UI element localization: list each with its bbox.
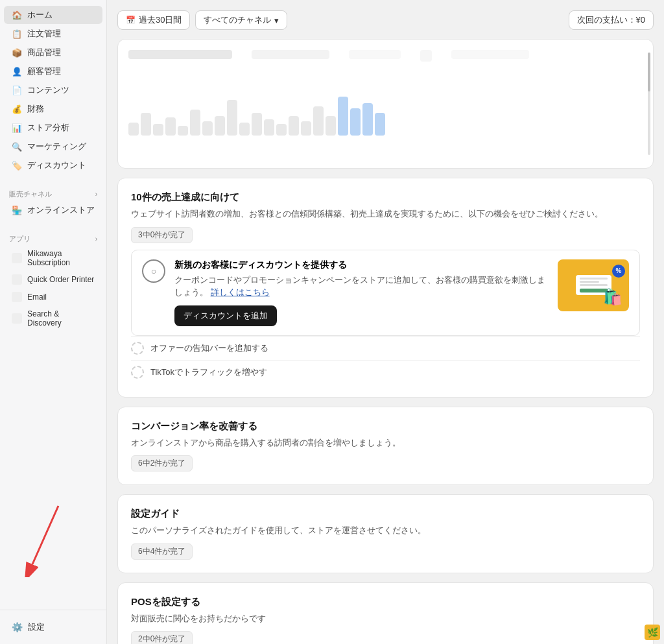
sidebar-item-marketing[interactable]: 🔍 マーケティング xyxy=(4,137,102,156)
sidebar-item-label: 顧客管理 xyxy=(27,66,61,77)
email-icon xyxy=(12,292,22,302)
goals-title: 10件の売上達成に向けて xyxy=(131,191,640,204)
sidebar-item-discounts[interactable]: 🏷️ ディスカウント xyxy=(4,156,102,174)
sidebar-item-email[interactable]: Email xyxy=(4,289,102,305)
conversion-card: コンバージョン率を改善する オンラインストアから商品を購入する訪問者の割合を増や… xyxy=(117,407,654,486)
sidebar-item-label: 商品管理 xyxy=(27,47,61,58)
sidebar-item-analytics[interactable]: 📊 ストア分析 xyxy=(4,119,102,137)
mikawaya-icon xyxy=(12,253,22,263)
payment-info: 次回の支払い：¥0 xyxy=(569,10,654,30)
main-content: 📅 過去30日間 すべてのチャネル ▾ 次回の支払い：¥0 xyxy=(107,0,664,644)
settings-guide-title: 設定ガイド xyxy=(131,508,640,520)
sidebar-item-mikawaya[interactable]: Mikawaya Subscription xyxy=(4,246,102,270)
content-icon: 📄 xyxy=(12,85,22,95)
sidebar-item-label: コンテンツ xyxy=(27,84,69,96)
discounts-icon: 🏷️ xyxy=(12,160,22,171)
sidebar-item-label: Search & Discovery xyxy=(27,309,95,328)
sidebar-item-orders[interactable]: 📋 注文管理 xyxy=(4,25,102,43)
period-label: 過去30日間 xyxy=(139,14,182,26)
sidebar-item-finance[interactable]: 💰 財務 xyxy=(4,100,102,118)
sidebar-item-products[interactable]: 📦 商品管理 xyxy=(4,43,102,62)
settings-label: 設定 xyxy=(28,621,45,633)
discount-content: 新規のお客様にディスカウントを提供する クーポンコードやプロモーションキャンペー… xyxy=(174,259,549,326)
apps-section: アプリ › Mikawaya Subscription Quick Order … xyxy=(0,225,106,337)
customers-icon: 👤 xyxy=(12,66,22,77)
sidebar-item-search-discovery[interactable]: Search & Discovery xyxy=(4,306,102,331)
tiktok-circle-icon xyxy=(131,366,144,379)
sidebar-bottom: ⚙️ 設定 xyxy=(0,610,106,644)
sidebar-item-content[interactable]: 📄 コンテンツ xyxy=(4,81,102,99)
goals-badge: 3中0件が完了 xyxy=(131,227,193,243)
discount-card: ○ 新規のお客様にディスカウントを提供する クーポンコードやプロモーションキャン… xyxy=(131,250,640,336)
conversion-title: コンバージョン率を改善する xyxy=(131,420,640,433)
conversion-desc: オンラインストアから商品を購入する訪問者の割合を増やしましょう。 xyxy=(131,436,640,449)
settings-icon: ⚙️ xyxy=(12,622,23,632)
analytics-icon: 📊 xyxy=(12,123,22,133)
sidebar-item-label: 財務 xyxy=(27,103,44,115)
sales-channels-section: 販売チャネル › 🏪 オンラインストア xyxy=(0,180,106,225)
sidebar-item-label: マーケティング xyxy=(27,141,86,152)
calendar-icon: 📅 xyxy=(126,16,136,25)
orders-icon: 📋 xyxy=(12,29,22,39)
home-icon: 🏠 xyxy=(12,10,22,20)
pos-card: POSを設定する 対面販売に関心をお持ちだからです 2中0件が完了 xyxy=(117,582,654,645)
sidebar: 🏠 ホーム 📋 注文管理 📦 商品管理 👤 顧客管理 📄 コンテンツ 💰 財務 … xyxy=(0,0,107,644)
add-discount-button[interactable]: ディスカウントを追加 xyxy=(174,305,277,326)
goals-desc: ウェブサイト訪問者数の増加、お客様との信頼関係構築、初売上達成を実現するために、… xyxy=(131,208,640,221)
promo-image: 🛍️ % xyxy=(558,259,629,311)
sidebar-item-online-store[interactable]: 🏪 オンラインストア xyxy=(4,201,102,219)
conversion-badge: 6中2件が完了 xyxy=(131,455,193,471)
sidebar-item-label: ストア分析 xyxy=(27,122,69,134)
pos-badge: 2中0件が完了 xyxy=(131,631,193,644)
channel-label: すべてのチャネル xyxy=(204,14,271,26)
sales-channels-label: 販売チャネル › xyxy=(0,185,106,200)
tiktok-item: TikTokでトラフィックを増やす xyxy=(131,360,640,384)
apps-label: アプリ › xyxy=(0,230,106,245)
discount-link[interactable]: 詳しくはこちら xyxy=(211,287,270,297)
offer-bar-item: オファーの告知バーを追加する xyxy=(131,336,640,360)
goals-card: 10件の売上達成に向けて ウェブサイト訪問者数の増加、お客様との信頼関係構築、初… xyxy=(117,178,654,398)
tiktok-label: TikTokでトラフィックを増やす xyxy=(150,366,267,378)
discount-title: 新規のお客様にディスカウントを提供する xyxy=(174,259,549,271)
sidebar-item-label: Mikawaya Subscription xyxy=(27,249,95,267)
sidebar-item-settings[interactable]: ⚙️ 設定 xyxy=(4,616,102,638)
marketing-icon: 🔍 xyxy=(12,141,22,152)
expand-apps-icon[interactable]: › xyxy=(95,235,97,243)
pos-desc: 対面販売に関心をお持ちだからです xyxy=(131,612,640,625)
period-button[interactable]: 📅 過去30日間 xyxy=(117,10,190,30)
main-nav: 🏠 ホーム 📋 注文管理 📦 商品管理 👤 顧客管理 📄 コンテンツ 💰 財務 … xyxy=(0,0,106,180)
products-icon: 📦 xyxy=(12,47,22,58)
sidebar-item-label: Quick Order Printer xyxy=(27,275,94,284)
sidebar-item-label: ホーム xyxy=(27,9,53,21)
settings-guide-badge: 6中4件が完了 xyxy=(131,543,193,560)
sidebar-item-customers[interactable]: 👤 顧客管理 xyxy=(4,62,102,80)
discount-circle-icon: ○ xyxy=(142,259,165,283)
top-bar-left: 📅 過去30日間 すべてのチャネル ▾ xyxy=(117,10,287,30)
settings-guide-desc: このパーソナライズされたガイドを使用して、ストアを運営させてください。 xyxy=(131,524,640,537)
expand-icon[interactable]: › xyxy=(95,191,97,198)
search-discovery-icon xyxy=(12,313,22,324)
quick-order-icon xyxy=(12,274,22,285)
discount-desc: クーポンコードやプロモーションキャンペーンをストアに追加して、お客様の購買意欲を… xyxy=(174,274,549,299)
channel-button[interactable]: すべてのチャネル ▾ xyxy=(195,10,287,30)
sidebar-item-label: 注文管理 xyxy=(27,28,61,40)
sidebar-item-label: ディスカウント xyxy=(27,160,86,171)
offer-bar-circle-icon xyxy=(131,342,144,355)
finance-icon: 💰 xyxy=(12,104,22,114)
chart-area xyxy=(117,39,654,169)
sidebar-item-home[interactable]: 🏠 ホーム xyxy=(4,6,102,24)
online-store-icon: 🏪 xyxy=(12,205,22,215)
sidebar-item-label: オンラインストア xyxy=(27,204,95,216)
pos-title: POSを設定する xyxy=(131,596,640,608)
top-bar: 📅 過去30日間 すべてのチャネル ▾ 次回の支払い：¥0 xyxy=(117,10,654,30)
settings-guide-card: 設定ガイド このパーソナライズされたガイドを使用して、ストアを運営させてください… xyxy=(117,494,654,573)
sidebar-item-quick-order[interactable]: Quick Order Printer xyxy=(4,271,102,288)
chevron-down-icon: ▾ xyxy=(274,16,279,25)
offer-bar-label: オファーの告知バーを追加する xyxy=(150,342,268,354)
sidebar-item-label: Email xyxy=(27,292,47,302)
